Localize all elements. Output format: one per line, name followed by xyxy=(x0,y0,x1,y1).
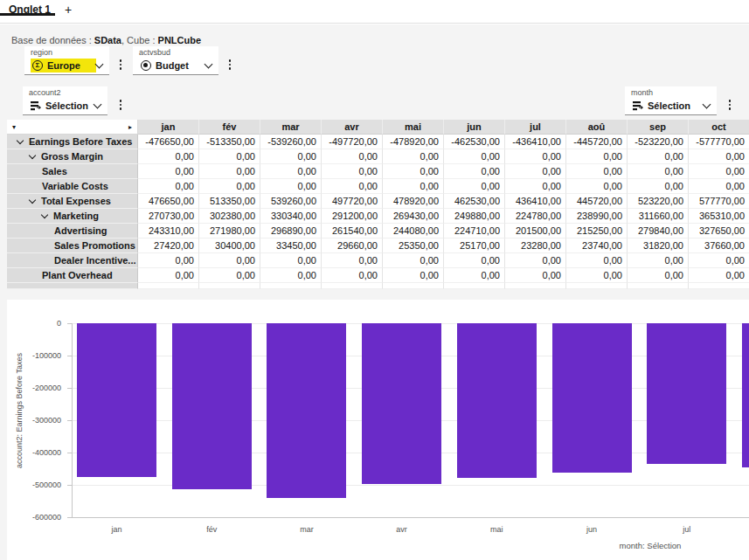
column-header-avr[interactable]: avr xyxy=(322,120,383,135)
data-cell[interactable]: 0,00 xyxy=(322,268,383,283)
data-cell[interactable]: 0,00 xyxy=(566,164,628,179)
column-header-jan[interactable]: jan xyxy=(138,120,199,135)
data-cell[interactable]: 244080,00 xyxy=(383,224,444,239)
data-cell[interactable]: -478920,00 xyxy=(383,135,444,149)
data-cell[interactable]: 0,00 xyxy=(138,149,199,164)
data-cell[interactable]: 30400,00 xyxy=(199,239,260,253)
data-cell[interactable]: -436410,00 xyxy=(505,135,566,149)
data-cell[interactable]: 27420,00 xyxy=(138,239,199,253)
column-header-jul[interactable]: jul xyxy=(505,120,566,135)
data-cell[interactable]: 0,00 xyxy=(628,149,689,164)
data-cell[interactable]: 330340,00 xyxy=(260,209,322,224)
data-cell[interactable]: 0,00 xyxy=(383,164,444,179)
tab-onglet-1[interactable]: Onglet 1 xyxy=(0,0,55,24)
row-header[interactable]: Plant Overhead xyxy=(7,268,138,283)
row-header[interactable]: Earnings Before Taxes xyxy=(7,135,138,149)
row-header[interactable]: Gross Margin xyxy=(7,149,138,164)
data-cell[interactable]: 238990,00 xyxy=(566,209,628,224)
row-header[interactable]: Dealer Incentive... xyxy=(7,253,138,268)
data-cell[interactable]: 279840,00 xyxy=(628,224,689,239)
data-cell[interactable]: 296890,00 xyxy=(260,224,322,239)
collapse-row-icon[interactable] xyxy=(29,197,36,204)
column-header-mar[interactable]: mar xyxy=(260,120,322,135)
bar-mar[interactable] xyxy=(267,323,346,498)
bar-avr[interactable] xyxy=(362,323,441,484)
data-cell[interactable]: 201500,00 xyxy=(505,224,566,239)
data-cell[interactable]: 0,00 xyxy=(138,268,199,283)
data-cell[interactable]: -497720,00 xyxy=(322,135,383,149)
data-cell[interactable]: 0,00 xyxy=(444,268,505,283)
data-cell[interactable]: 224780,00 xyxy=(505,209,566,224)
expand-columns-icon[interactable]: ▸ xyxy=(128,123,132,131)
month-overflow-menu-button[interactable] xyxy=(724,97,736,113)
data-cell[interactable]: 249880,00 xyxy=(444,209,505,224)
row-header[interactable]: Sales Promotions xyxy=(7,239,138,253)
data-cell[interactable]: -445720,00 xyxy=(566,135,628,149)
data-cell[interactable]: 0,00 xyxy=(566,268,628,283)
data-cell[interactable]: 497720,00 xyxy=(322,194,383,209)
bar-mai[interactable] xyxy=(457,323,537,478)
data-cell[interactable]: 270730,00 xyxy=(138,209,199,224)
data-cell[interactable]: 0,00 xyxy=(444,149,505,164)
data-cell[interactable]: 0,00 xyxy=(444,179,505,194)
data-cell[interactable]: 33450,00 xyxy=(260,239,322,253)
data-cell[interactable]: 25170,00 xyxy=(444,239,505,253)
bar-jul[interactable] xyxy=(647,323,726,464)
data-cell[interactable]: 31820,00 xyxy=(628,239,689,253)
data-cell[interactable]: 271980,00 xyxy=(199,224,260,239)
collapse-row-icon[interactable] xyxy=(17,137,24,144)
data-cell[interactable]: 0,00 xyxy=(322,179,383,194)
row-header[interactable]: Total Expenses xyxy=(7,194,138,209)
row-dimension-dropdown-icon[interactable]: ▾ xyxy=(12,123,16,131)
data-cell[interactable]: -577770,00 xyxy=(689,135,749,149)
row-header[interactable]: Advertising xyxy=(7,224,138,239)
data-cell[interactable]: 0,00 xyxy=(505,149,566,164)
collapse-row-icon[interactable] xyxy=(41,211,48,218)
data-cell[interactable]: 0,00 xyxy=(566,253,628,268)
data-cell[interactable]: 0,00 xyxy=(260,253,322,268)
data-cell[interactable]: 29660,00 xyxy=(322,239,383,253)
data-cell[interactable]: 0,00 xyxy=(689,164,749,179)
data-cell[interactable]: 365310,00 xyxy=(689,209,749,224)
data-cell[interactable]: 0,00 xyxy=(260,179,322,194)
data-cell[interactable]: 0,00 xyxy=(138,253,199,268)
row-header[interactable]: Variable Costs xyxy=(7,179,138,194)
column-header-oct[interactable]: oct xyxy=(689,120,749,135)
column-header-mai[interactable]: mai xyxy=(383,120,444,135)
data-cell[interactable]: 0,00 xyxy=(322,149,383,164)
data-cell[interactable]: 0,00 xyxy=(383,149,444,164)
data-cell[interactable]: 523220,00 xyxy=(628,194,689,209)
data-cell[interactable]: 224710,00 xyxy=(444,224,505,239)
data-cell[interactable]: 25350,00 xyxy=(383,239,444,253)
bar-aoû[interactable] xyxy=(742,323,749,467)
chevron-down-icon[interactable] xyxy=(94,100,102,109)
data-cell[interactable]: 436410,00 xyxy=(505,194,566,209)
collapse-row-icon[interactable] xyxy=(29,152,36,159)
data-cell[interactable]: 513350,00 xyxy=(199,194,260,209)
data-cell[interactable]: -462530,00 xyxy=(444,135,505,149)
data-cell[interactable]: 0,00 xyxy=(444,164,505,179)
data-cell[interactable]: 0,00 xyxy=(199,164,260,179)
actvsbud-overflow-menu-button[interactable] xyxy=(224,57,236,73)
data-cell[interactable]: 0,00 xyxy=(260,149,322,164)
data-cell[interactable]: 0,00 xyxy=(505,253,566,268)
data-cell[interactable]: 23280,00 xyxy=(505,239,566,253)
data-cell[interactable]: 0,00 xyxy=(628,179,689,194)
chevron-down-icon[interactable] xyxy=(703,100,711,109)
data-cell[interactable]: 243310,00 xyxy=(138,224,199,239)
data-cell[interactable]: 0,00 xyxy=(322,164,383,179)
data-cell[interactable]: 0,00 xyxy=(505,268,566,283)
data-cell[interactable]: -523220,00 xyxy=(628,135,689,149)
data-cell[interactable]: 0,00 xyxy=(199,179,260,194)
data-cell[interactable]: 0,00 xyxy=(138,179,199,194)
data-cell[interactable]: 37660,00 xyxy=(689,239,749,253)
table-corner-cell[interactable]: ▾▸ xyxy=(7,120,138,135)
data-cell[interactable]: 0,00 xyxy=(628,268,689,283)
data-cell[interactable]: 478920,00 xyxy=(383,194,444,209)
data-cell[interactable]: 476650,00 xyxy=(138,194,199,209)
data-cell[interactable]: 0,00 xyxy=(444,253,505,268)
data-cell[interactable]: 0,00 xyxy=(628,164,689,179)
data-cell[interactable]: 462530,00 xyxy=(444,194,505,209)
data-cell[interactable]: 327650,00 xyxy=(689,224,749,239)
data-cell[interactable]: 445720,00 xyxy=(566,194,628,209)
